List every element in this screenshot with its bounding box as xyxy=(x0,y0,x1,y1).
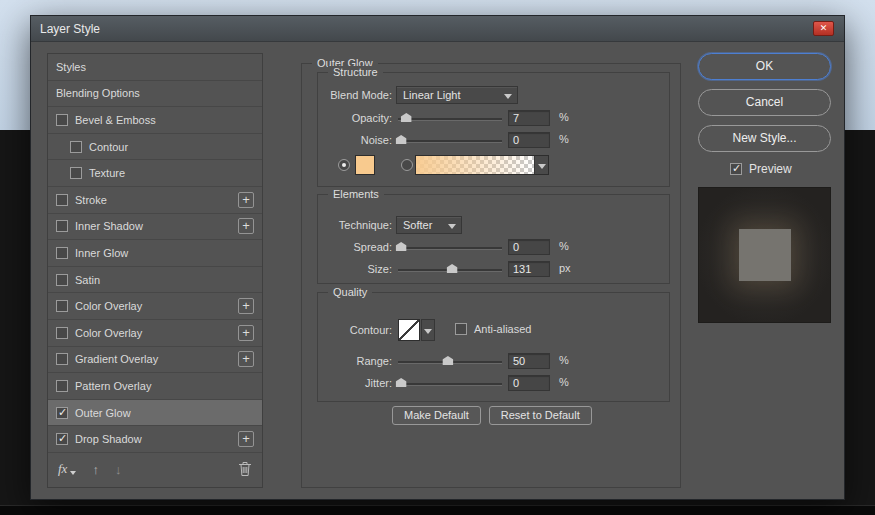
sidebar-item-bevel-emboss[interactable]: Bevel & Emboss xyxy=(48,107,262,134)
jitter-label: Jitter: xyxy=(318,377,392,389)
add-effect-button[interactable] xyxy=(238,218,254,234)
solid-color-radio[interactable] xyxy=(338,159,350,171)
noise-row: Noise: 0 % xyxy=(318,130,663,150)
sidebar-item-color-overlay-2[interactable]: Color Overlay xyxy=(48,320,262,347)
size-label: Size: xyxy=(318,263,392,275)
cancel-button[interactable]: Cancel xyxy=(698,89,831,116)
sidebar-item-label: Contour xyxy=(89,141,128,153)
checkbox[interactable] xyxy=(56,274,68,286)
checkbox[interactable] xyxy=(56,300,68,312)
add-effect-button[interactable] xyxy=(238,192,254,208)
opacity-input[interactable]: 7 xyxy=(508,110,550,126)
dialog-titlebar[interactable]: Layer Style xyxy=(31,16,844,42)
range-input[interactable]: 50 xyxy=(508,353,550,369)
sidebar-item-texture[interactable]: Texture xyxy=(48,160,262,187)
checkbox[interactable] xyxy=(56,327,68,339)
preview-layer-square xyxy=(739,229,791,281)
range-slider[interactable] xyxy=(398,355,502,367)
fx-icon[interactable]: fx xyxy=(58,461,67,477)
add-effect-button[interactable] xyxy=(238,351,254,367)
add-effect-button[interactable] xyxy=(238,325,254,341)
checkbox[interactable] xyxy=(56,407,68,419)
dialog-title: Layer Style xyxy=(40,22,100,36)
slider-thumb[interactable] xyxy=(442,356,453,365)
opacity-slider[interactable] xyxy=(398,112,502,124)
sidebar-item-satin[interactable]: Satin xyxy=(48,267,262,294)
size-input[interactable]: 131 xyxy=(508,261,550,277)
anti-aliased-label: Anti-aliased xyxy=(474,323,531,335)
jitter-unit: % xyxy=(559,376,569,388)
technique-row: Technique: Softer xyxy=(318,215,663,235)
gradient-radio[interactable] xyxy=(401,159,413,171)
range-row: Range: 50 % xyxy=(318,351,663,371)
anti-aliased-checkbox[interactable] xyxy=(455,323,467,335)
sidebar-item-inner-glow[interactable]: Inner Glow xyxy=(48,240,262,267)
sidebar-item-label: Inner Glow xyxy=(75,247,128,259)
trash-icon xyxy=(238,461,252,477)
sidebar-item-gradient-overlay[interactable]: Gradient Overlay xyxy=(48,347,262,374)
add-effect-button[interactable] xyxy=(238,298,254,314)
sidebar-item-label: Color Overlay xyxy=(75,327,142,339)
checkbox[interactable] xyxy=(56,220,68,232)
add-effect-button[interactable] xyxy=(238,431,254,447)
range-label: Range: xyxy=(318,355,392,367)
structure-group-title: Structure xyxy=(328,66,383,78)
jitter-input[interactable]: 0 xyxy=(508,375,550,391)
sidebar-item-outer-glow[interactable]: Outer Glow xyxy=(48,400,262,427)
checkbox[interactable] xyxy=(56,194,68,206)
close-icon[interactable] xyxy=(813,21,834,36)
technique-select[interactable]: Softer xyxy=(396,216,462,234)
noise-input[interactable]: 0 xyxy=(508,132,550,148)
contour-picker[interactable] xyxy=(398,319,420,341)
effect-preview-thumbnail xyxy=(698,187,831,323)
sidebar-item-styles[interactable]: Styles xyxy=(48,54,262,81)
outer-glow-panel: Outer Glow Structure Blend Mode: Linear … xyxy=(301,63,681,488)
make-default-button[interactable]: Make Default xyxy=(392,406,481,425)
ok-button[interactable]: OK xyxy=(698,53,831,80)
slider-thumb[interactable] xyxy=(401,113,412,122)
sidebar-item-blending-options[interactable]: Blending Options xyxy=(48,81,262,108)
glow-color-swatch[interactable] xyxy=(355,155,375,175)
slider-thumb[interactable] xyxy=(396,135,407,144)
new-style-button[interactable]: New Style... xyxy=(698,125,831,152)
size-slider[interactable] xyxy=(398,263,502,275)
sidebar-item-stroke[interactable]: Stroke xyxy=(48,187,262,214)
elements-group: Elements Technique: Softer Spread: 0 xyxy=(317,194,670,284)
size-unit: px xyxy=(559,262,571,274)
spread-slider[interactable] xyxy=(398,241,502,253)
checkbox[interactable] xyxy=(70,167,82,179)
gradient-chevron-icon[interactable] xyxy=(534,156,548,174)
slider-thumb[interactable] xyxy=(396,378,407,387)
slider-thumb[interactable] xyxy=(447,264,458,273)
contour-chevron-icon[interactable] xyxy=(421,319,435,341)
jitter-slider[interactable] xyxy=(398,377,502,389)
noise-slider[interactable] xyxy=(398,134,502,146)
sidebar-item-label: Texture xyxy=(89,167,125,179)
move-up-icon[interactable]: ↑ xyxy=(92,462,99,477)
sidebar-item-color-overlay-1[interactable]: Color Overlay xyxy=(48,293,262,320)
delete-effect-icon[interactable] xyxy=(238,461,252,477)
blend-mode-select[interactable]: Linear Light xyxy=(396,86,518,104)
sidebar-item-drop-shadow[interactable]: Drop Shadow xyxy=(48,426,262,453)
checkbox[interactable] xyxy=(56,433,68,445)
technique-value: Softer xyxy=(403,219,432,231)
move-down-icon[interactable]: ↓ xyxy=(115,462,122,477)
sidebar-item-pattern-overlay[interactable]: Pattern Overlay xyxy=(48,373,262,400)
glow-gradient-picker[interactable] xyxy=(415,155,549,175)
checkbox[interactable] xyxy=(56,114,68,126)
sidebar-item-inner-shadow[interactable]: Inner Shadow xyxy=(48,214,262,241)
checkbox[interactable] xyxy=(56,247,68,259)
preview-checkbox[interactable] xyxy=(730,163,742,175)
checkbox[interactable] xyxy=(56,380,68,392)
size-row: Size: 131 px xyxy=(318,259,663,279)
opacity-row: Opacity: 7 % xyxy=(318,108,663,128)
slider-thumb[interactable] xyxy=(396,242,407,251)
sidebar-item-label: Outer Glow xyxy=(75,407,131,419)
checkbox[interactable] xyxy=(70,141,82,153)
reset-to-default-button[interactable]: Reset to Default xyxy=(489,406,592,425)
sidebar-item-label: Stroke xyxy=(75,194,107,206)
spread-input[interactable]: 0 xyxy=(508,239,550,255)
sidebar-item-contour[interactable]: Contour xyxy=(48,134,262,161)
noise-label: Noise: xyxy=(318,134,392,146)
checkbox[interactable] xyxy=(56,353,68,365)
